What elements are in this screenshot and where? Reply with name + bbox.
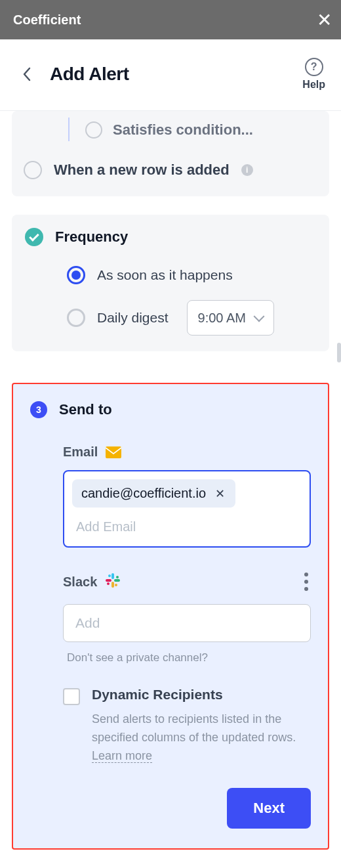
help-label: Help — [302, 79, 325, 91]
dynamic-recipients-row: Dynamic Recipients — [63, 687, 311, 705]
slack-placeholder: Add — [75, 615, 100, 631]
slack-label: Slack — [63, 575, 97, 590]
frequency-daily-label: Daily digest — [97, 310, 169, 326]
dynamic-checkbox[interactable] — [63, 688, 80, 705]
help-button[interactable]: ? Help — [302, 58, 325, 91]
page-title: Add Alert — [50, 64, 129, 85]
slack-icon — [105, 573, 121, 591]
time-value: 9:00 AM — [198, 311, 246, 326]
email-placeholder: Add Email — [76, 519, 136, 534]
dynamic-description: Send alerts to recipients listed in the … — [92, 710, 302, 766]
email-input[interactable]: candie@coefficient.io ✕ Add Email — [63, 470, 311, 548]
email-chip-value: candie@coefficient.io — [81, 486, 206, 501]
email-field-block: Email candie@coefficient.io ✕ Add Email — [63, 445, 311, 548]
svg-rect-2 — [114, 579, 120, 582]
svg-rect-4 — [106, 579, 111, 582]
envelope-icon — [106, 446, 121, 458]
send-to-title: Send to — [59, 401, 112, 418]
slack-field-block: Slack — [63, 570, 311, 766]
svg-point-7 — [115, 584, 117, 586]
send-to-section: 3 Send to Email candie@coefficient.io ✕ … — [12, 383, 329, 850]
svg-point-5 — [108, 575, 111, 577]
slack-menu-icon[interactable] — [302, 570, 311, 594]
svg-rect-3 — [111, 582, 114, 588]
titlebar: Coefficient ✕ — [0, 0, 341, 39]
back-button[interactable] — [20, 67, 34, 81]
slack-private-note[interactable]: Don't see a private channel? — [67, 651, 311, 664]
time-select[interactable]: 9:00 AM — [187, 300, 274, 336]
trigger-vline — [68, 118, 70, 141]
radio-icon — [24, 161, 42, 179]
radio-selected-icon — [67, 266, 85, 284]
svg-point-6 — [116, 576, 119, 578]
check-icon — [25, 228, 43, 246]
app-name: Coefficient — [13, 12, 81, 28]
chevron-down-icon — [253, 311, 264, 322]
svg-rect-1 — [111, 573, 114, 579]
learn-more-link[interactable]: Learn more — [92, 749, 152, 763]
frequency-option-immediate[interactable]: As soon as it happens — [67, 266, 316, 284]
trigger-section: Satisfies condition... When a new row is… — [12, 111, 329, 196]
radio-icon — [85, 121, 102, 139]
frequency-immediate-label: As soon as it happens — [97, 267, 233, 283]
remove-chip-icon[interactable]: ✕ — [214, 487, 226, 501]
trigger-option-new-row[interactable]: When a new row is added i — [24, 161, 317, 179]
svg-point-8 — [107, 582, 110, 585]
trigger-satisfies-label: Satisfies condition... — [113, 121, 253, 139]
trigger-new-row-label: When a new row is added — [54, 162, 230, 179]
close-icon[interactable]: ✕ — [317, 9, 332, 31]
email-chip: candie@coefficient.io ✕ — [72, 479, 235, 508]
frequency-title: Frequency — [55, 228, 128, 246]
info-icon[interactable]: i — [241, 164, 253, 176]
body: Satisfies condition... When a new row is… — [0, 111, 341, 863]
email-label: Email — [63, 445, 98, 460]
svg-rect-0 — [106, 446, 121, 458]
dynamic-title: Dynamic Recipients — [92, 687, 223, 703]
slack-input[interactable]: Add — [63, 604, 311, 642]
radio-icon — [67, 309, 85, 327]
trigger-option-satisfies[interactable]: Satisfies condition... — [85, 121, 317, 139]
next-button[interactable]: Next — [227, 788, 311, 829]
page-header: Add Alert ? Help — [0, 39, 341, 111]
frequency-section: Frequency As soon as it happens Daily di… — [12, 215, 329, 351]
step-badge: 3 — [30, 401, 47, 418]
frequency-option-daily[interactable]: Daily digest 9:00 AM — [67, 300, 316, 336]
scrollbar[interactable] — [337, 343, 341, 362]
help-icon: ? — [305, 58, 323, 76]
